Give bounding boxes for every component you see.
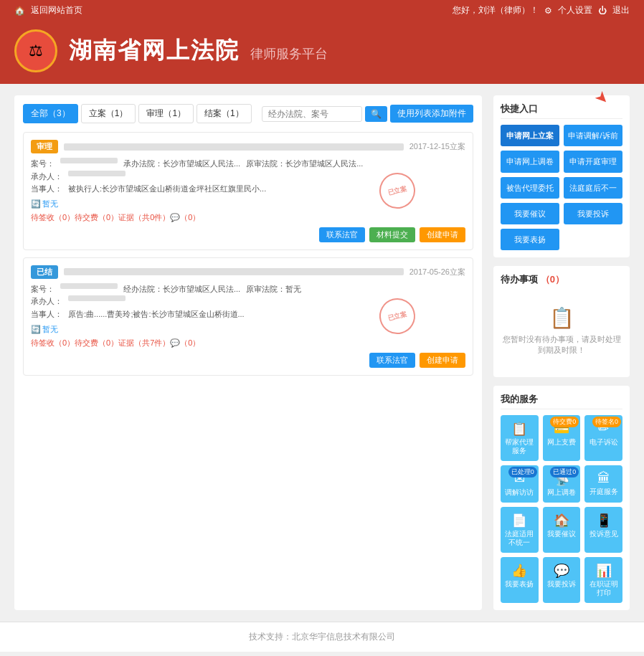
service-label-0: 帮家代理服务 xyxy=(503,438,536,455)
service-label-7: 我要催议 xyxy=(546,530,578,538)
service-label-5: 开庭服务 xyxy=(587,488,620,496)
case-header-1: 审理 2017-12-15立案 xyxy=(31,140,465,153)
quick-access-section: 快捷入口 申请网上立案 申请调解/诉前 申请网上调卷 申请开庭审理 被告代理委托… xyxy=(493,95,630,257)
quick-btn-mediation[interactable]: 申请调解/诉前 xyxy=(564,125,622,146)
search-button[interactable]: 🔍 xyxy=(365,106,387,122)
settings-link[interactable]: 个人设置 xyxy=(558,4,592,16)
quick-btn-complaint[interactable]: 我要投诉 xyxy=(564,203,622,224)
case-link-2[interactable]: 🔄 暂无 xyxy=(31,324,58,335)
submit-material-btn-1[interactable]: 材料提交 xyxy=(369,227,415,242)
case-header-2: 已结 2017-05-26立案 xyxy=(31,265,465,279)
service-item-7[interactable]: 🏠 我要催议 xyxy=(543,507,581,553)
quick-btn-filing[interactable]: 申请网上立案 xyxy=(501,125,559,146)
settings-icon: ⚙ xyxy=(544,6,552,16)
case2-handler-value xyxy=(68,295,126,301)
quick-access-title: 快捷入口 xyxy=(501,103,622,119)
logo-icon: ⚖ xyxy=(29,42,43,60)
tabs-bar: 全部（3） 立案（1） 审理（1） 结案（1） 🔍 使用列表添加附件 xyxy=(23,104,473,123)
tab-closed[interactable]: 结案（1） xyxy=(196,104,252,123)
service-item-1[interactable]: 💳 网上支费 待交费0 xyxy=(543,415,581,461)
case2-handler-label: 承办人： xyxy=(31,295,62,308)
service-icon-6: 📄 xyxy=(503,513,536,528)
pending-tasks-section: 待办事项 （0） 📋 您暂时没有待办事项，请及时处理到期及时限！ xyxy=(493,266,630,377)
pending-empty-state: 📋 您暂时没有待办事项，请及时处理到期及时限！ xyxy=(501,292,622,370)
create-application-btn-2[interactable]: 创建申请 xyxy=(420,353,465,368)
quick-btn-urge[interactable]: 我要催议 xyxy=(501,203,559,224)
service-label-6: 法庭适用不统一 xyxy=(503,530,536,547)
service-label-8: 投诉意见 xyxy=(587,530,620,538)
contact-judge-btn-2[interactable]: 联系法官 xyxy=(369,353,415,368)
service-label-10: 我要投诉 xyxy=(546,580,578,589)
service-badge-2: 待签名0 xyxy=(592,417,621,427)
header-subtitle: 律师服务平台 xyxy=(250,47,328,61)
quick-access-wrapper: ➤ 快捷入口 申请网上立案 申请调解/诉前 申请网上调卷 申请开庭审理 被告代理… xyxy=(493,95,630,257)
case-manager-label: 承办法院：长沙市望城区人民法... xyxy=(123,158,240,171)
tab-all[interactable]: 全部（3） xyxy=(23,104,78,123)
service-label-2: 电子诉讼 xyxy=(587,438,620,447)
service-badge-1: 待交费0 xyxy=(550,417,579,427)
case-handler-label: 承办人： xyxy=(31,171,62,184)
quick-btn-praise[interactable]: 我要表扬 xyxy=(501,229,559,250)
pending-tasks-title: 待办事项 （0） xyxy=(501,273,622,286)
service-item-8[interactable]: 📱 投诉意见 xyxy=(584,507,622,553)
search-bar: 🔍 使用列表添加附件 xyxy=(262,105,473,123)
service-icon-7: 🏠 xyxy=(546,513,578,528)
search-input[interactable] xyxy=(262,106,362,122)
create-application-btn-1[interactable]: 创建申请 xyxy=(420,227,465,242)
service-icon-10: 💬 xyxy=(546,563,578,579)
case2-no-line: 案号： 经办法院：长沙市望城区人民法... 原审法院：暂无 xyxy=(31,283,465,296)
footer-text: 技术支持：北京华宇信息技术有限公司 xyxy=(249,632,395,642)
case-party-value: 被执行人:长沙市望城区金山桥街道金坪社区红旗里民小... xyxy=(68,183,266,196)
service-label-11: 在职证明打印 xyxy=(587,580,620,597)
header-title: 湖南省网上法院 xyxy=(69,37,240,63)
top-nav-left: 🏠 返回网站首页 xyxy=(14,4,82,16)
case-no-line: 案号： 承办法院：长沙市望城区人民法... 原审法院：长沙市望城区人民法... xyxy=(31,158,465,171)
quick-btn-hearing[interactable]: 申请开庭审理 xyxy=(564,151,622,172)
pending-empty-message: 您暂时没有待办事项，请及时处理到期及时限！ xyxy=(501,334,622,356)
page-footer: 技术支持：北京华宇信息技术有限公司 xyxy=(0,622,644,652)
service-item-2[interactable]: ✏ 电子诉讼 待签名0 xyxy=(584,415,622,461)
right-panel: ➤ 快捷入口 申请网上立案 申请调解/诉前 申请网上调卷 申请开庭审理 被告代理… xyxy=(493,95,630,610)
power-icon: ⏻ xyxy=(598,6,607,16)
services-grid: 📋 帮家代理服务 💳 网上支费 待交费0 ✏ 电子诉讼 待签名0 ✉ 调解访访 … xyxy=(501,415,622,603)
service-item-6[interactable]: 📄 法庭适用不统一 xyxy=(501,507,539,553)
case-card-2: 已结 2017-05-26立案 案号： 经办法院：长沙市望城区人民法... 原审… xyxy=(23,257,473,376)
case2-manager-label: 经办法院：长沙市望城区人民法... xyxy=(123,283,240,296)
service-item-11[interactable]: 📊 在职证明打印 xyxy=(584,557,622,603)
quick-btn-defendant[interactable]: 被告代理委托 xyxy=(501,177,559,199)
service-item-10[interactable]: 💬 我要投诉 xyxy=(543,557,581,603)
quick-btn-court[interactable]: 法庭庭后不一 xyxy=(564,177,622,199)
service-icon-11: 📊 xyxy=(587,563,620,579)
add-attachment-button[interactable]: 使用列表添加附件 xyxy=(390,105,473,123)
case-party-label: 当事人： xyxy=(31,183,62,196)
case-link-1[interactable]: 🔄 暂无 xyxy=(31,199,58,209)
service-item-4[interactable]: 📡 网上调卷 已通过0 xyxy=(543,465,581,503)
case-title-bar-2 xyxy=(64,268,404,275)
tab-trial[interactable]: 审理（1） xyxy=(138,104,194,123)
service-label-1: 网上支费 xyxy=(546,438,578,447)
contact-judge-btn-1[interactable]: 联系法官 xyxy=(319,227,365,242)
case-card-1: 审理 2017-12-15立案 案号： 承办法院：长沙市望城区人民法... 原审… xyxy=(23,132,473,250)
case-actions-2: 联系法官 创建申请 xyxy=(31,353,465,368)
service-icon-5: 🏛 xyxy=(587,471,620,486)
logout-link[interactable]: 退出 xyxy=(612,4,630,16)
tab-filing[interactable]: 立案（1） xyxy=(81,104,136,123)
quick-btn-transfer[interactable]: 申请网上调卷 xyxy=(501,151,559,172)
main-content: 全部（3） 立案（1） 审理（1） 结案（1） 🔍 使用列表添加附件 审理 20… xyxy=(0,84,644,622)
service-item-5[interactable]: 🏛 开庭服务 xyxy=(584,465,622,503)
case-date-1: 2017-12-15立案 xyxy=(409,141,465,152)
service-label-4: 网上调卷 xyxy=(546,488,578,497)
pending-tasks-count: （0） xyxy=(541,274,564,285)
case-original-label: 原审法院：长沙市望城区人民法... xyxy=(246,158,363,171)
greeting-text: 您好，刘洋（律师）！ xyxy=(453,4,539,16)
service-icon-9: 👍 xyxy=(503,563,536,579)
service-item-0[interactable]: 📋 帮家代理服务 xyxy=(501,415,539,461)
top-nav-right: 您好，刘洋（律师）！ ⚙ 个人设置 ⏻ 退出 xyxy=(453,4,630,16)
back-home-link[interactable]: 返回网站首页 xyxy=(31,4,82,16)
service-icon-0: 📋 xyxy=(503,421,536,437)
my-services-title: 我的服务 xyxy=(501,393,622,409)
page-header: ⚖ 湖南省网上法院 律师服务平台 xyxy=(0,21,644,84)
service-label-9: 我要表扬 xyxy=(503,580,536,589)
service-item-3[interactable]: ✉ 调解访访 已处理0 xyxy=(501,465,539,503)
service-item-9[interactable]: 👍 我要表扬 xyxy=(501,557,539,603)
